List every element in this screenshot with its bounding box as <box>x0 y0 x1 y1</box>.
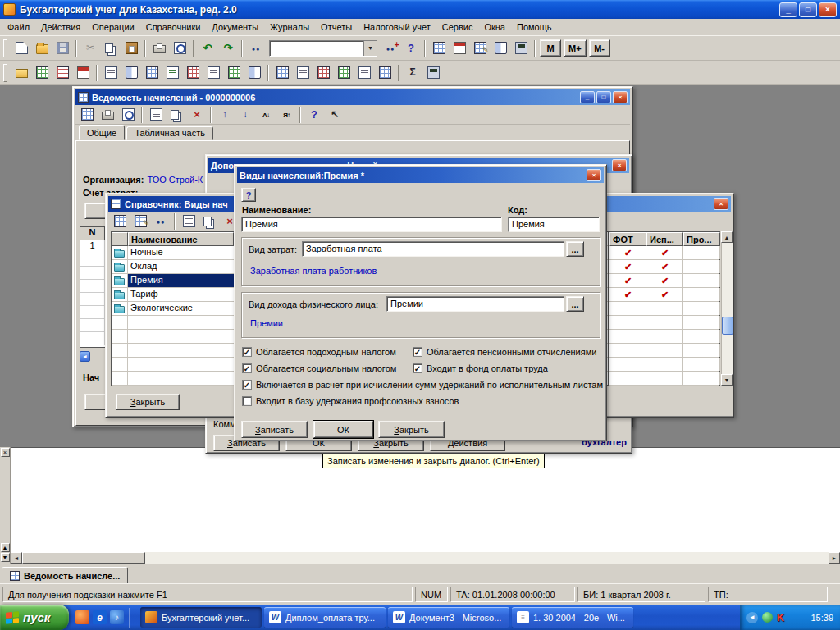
column-header-n[interactable]: N <box>80 227 105 240</box>
close-button[interactable]: × <box>613 91 628 103</box>
list-item[interactable]: Экологические <box>112 302 234 316</box>
gridg-icon[interactable] <box>224 63 244 83</box>
doc-icon[interactable] <box>354 63 374 83</box>
tray-status-icon[interactable] <box>762 612 773 623</box>
print-icon[interactable] <box>149 39 169 58</box>
close-button[interactable]: × <box>612 159 627 171</box>
checkbox-income-tax[interactable]: ✓Облагается подоходным налогом <box>242 346 396 358</box>
close-button[interactable]: × <box>587 169 601 181</box>
scroll-left-icon[interactable]: ◄ <box>11 552 22 564</box>
tab-tablichnaya-chast[interactable]: Табличная часть <box>126 126 213 140</box>
calc-icon[interactable] <box>511 39 531 58</box>
doc-icon[interactable] <box>203 63 223 83</box>
checkbox-payroll-fund[interactable]: ✓Входит в фонд оплаты труда <box>413 363 548 374</box>
copy-icon[interactable] <box>199 212 219 231</box>
help-icon[interactable] <box>401 39 421 58</box>
expense-kind-link[interactable]: Заработная плата работников <box>250 266 377 276</box>
code-input[interactable]: Премия <box>508 217 600 232</box>
memory-button[interactable]: М <box>540 39 561 57</box>
menu-item[interactable]: Операции <box>86 20 139 34</box>
editgrid-icon[interactable] <box>470 39 490 58</box>
income-picker-button[interactable]: ... <box>566 296 584 312</box>
redo-icon[interactable] <box>218 39 238 58</box>
quick-search-combobox[interactable]: ▾ <box>269 40 377 57</box>
list-item[interactable] <box>112 330 234 344</box>
menu-item[interactable]: Действия <box>35 20 86 34</box>
column-header-isp[interactable]: Исп... <box>646 232 683 246</box>
help-icon[interactable] <box>304 105 324 125</box>
income-kind-input[interactable]: Премии <box>386 296 564 312</box>
list-item[interactable] <box>112 358 234 372</box>
page-icon[interactable] <box>11 39 31 58</box>
minimize-button[interactable]: _ <box>580 91 595 103</box>
column-header-fot[interactable]: ФОТ <box>609 232 646 246</box>
sum-icon[interactable] <box>403 63 422 83</box>
column-header-pro[interactable]: Про... <box>683 232 720 246</box>
down-icon[interactable] <box>235 105 255 125</box>
sortza-icon[interactable] <box>276 105 296 125</box>
preview-icon[interactable] <box>170 39 189 58</box>
up-icon[interactable] <box>215 105 235 125</box>
find-icon[interactable] <box>246 39 266 58</box>
gridg-icon[interactable] <box>32 63 52 83</box>
taskbar-task-button[interactable]: ≡1. 30 2004 - 20e - Wi... <box>512 607 633 628</box>
menu-item[interactable]: Журналы <box>264 20 315 34</box>
gridr-icon[interactable] <box>183 63 203 83</box>
book-icon[interactable] <box>121 63 141 83</box>
menu-item[interactable]: Сервис <box>436 20 479 34</box>
window-title-bar[interactable]: Ведомость начислений - 0000000006 _ □ × <box>75 89 630 105</box>
grid-icon[interactable] <box>429 39 449 58</box>
maximize-button[interactable]: □ <box>799 2 817 17</box>
list-item[interactable]: Оклад <box>112 260 234 274</box>
book-icon[interactable] <box>244 63 264 83</box>
book-icon[interactable] <box>491 39 510 58</box>
paste-icon[interactable] <box>121 39 141 58</box>
save-icon[interactable] <box>52 39 72 58</box>
hide-icons-chevron-icon[interactable]: ◄ <box>746 612 758 623</box>
dialog-title-bar[interactable]: Виды начислений:Премия * × <box>237 167 604 183</box>
sortaz-icon[interactable] <box>256 105 276 125</box>
menu-item[interactable]: Документы <box>206 20 264 34</box>
scroll-down-icon[interactable]: ▼ <box>721 374 733 386</box>
cal-icon[interactable] <box>450 39 469 58</box>
list-item[interactable] <box>112 372 234 386</box>
scroll-up-icon[interactable]: ▲ <box>1 543 10 552</box>
print-icon[interactable] <box>98 105 117 125</box>
list-item[interactable]: Премия <box>112 274 234 288</box>
checkbox-union-dues[interactable]: Входит в базу удержания профсоюзных взно… <box>242 395 459 407</box>
cal-icon[interactable] <box>73 63 93 83</box>
help-button[interactable]: ? <box>241 188 256 202</box>
reference-list[interactable]: Наименование НочныеОкладПремияТарифЭколо… <box>111 231 235 386</box>
calc-icon[interactable] <box>423 63 443 83</box>
open-icon[interactable] <box>32 39 52 58</box>
undo-icon[interactable] <box>198 39 217 58</box>
gridr-icon[interactable] <box>52 63 72 83</box>
name-input[interactable]: Премия <box>241 217 502 232</box>
menu-item[interactable]: Помощь <box>511 20 558 34</box>
dialog-close-button[interactable]: Закрыть <box>378 421 445 438</box>
checkbox-writ-deductions[interactable]: ✓Включается в расчет при исчислении сумм… <box>242 379 603 390</box>
scroll-down-icon[interactable]: ▼ <box>1 553 10 562</box>
doc-icon[interactable] <box>179 212 199 231</box>
grid-icon[interactable] <box>142 63 162 83</box>
grid-icon[interactable] <box>77 105 97 125</box>
scrollbar-thumb[interactable] <box>22 552 145 564</box>
checkbox-pension-contributions[interactable]: ✓Облагается пенсионными отчислениями <box>413 346 596 358</box>
maximize-button[interactable]: □ <box>596 91 611 103</box>
vertical-scrollbar[interactable]: ▲ ▼ <box>721 231 733 386</box>
list-item[interactable]: Ночные <box>112 246 234 260</box>
grid-icon[interactable] <box>375 63 395 83</box>
media-player-icon[interactable]: ♪ <box>110 610 124 624</box>
list-item[interactable] <box>112 344 234 358</box>
find-icon[interactable] <box>151 212 171 231</box>
quicklaunch-app-icon[interactable] <box>75 610 89 624</box>
combobox-field[interactable] <box>270 41 363 56</box>
grid-icon[interactable] <box>272 63 292 83</box>
checkbox-social-tax[interactable]: ✓Облагается социальным налогом <box>242 363 396 374</box>
income-kind-link[interactable]: Премии <box>250 318 283 328</box>
copy-icon[interactable] <box>101 39 121 58</box>
taskbar-task-button[interactable]: WДиплом_оплата тру... <box>264 607 386 628</box>
antivirus-tray-icon[interactable]: K <box>777 612 784 623</box>
taskbar-task-button[interactable]: WДокумент3 - Microso... <box>388 607 509 628</box>
preview-icon[interactable] <box>118 105 138 125</box>
